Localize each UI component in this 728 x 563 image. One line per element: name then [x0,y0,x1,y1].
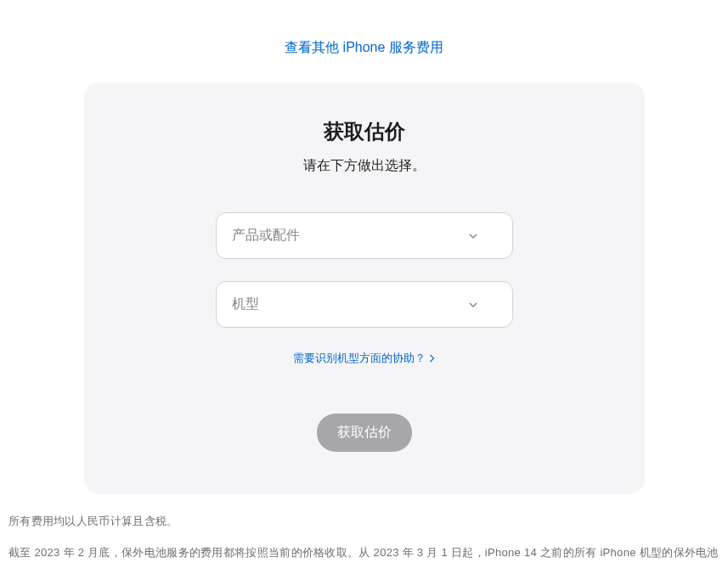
product-select-wrap: 产品或配件 [216,212,513,259]
get-estimate-button[interactable]: 获取估价 [317,414,412,452]
other-service-fees-link[interactable]: 查看其他 iPhone 服务费用 [285,40,443,54]
model-select[interactable]: 机型 [216,281,513,328]
identify-model-help-link[interactable]: 需要识别机型方面的协助？ [293,351,435,366]
help-link-label: 需要识别机型方面的协助？ [293,351,426,366]
button-row: 获取估价 [118,414,611,452]
product-select-placeholder: 产品或配件 [232,227,300,245]
chevron-right-icon [429,354,435,363]
card-title: 获取估价 [118,118,611,145]
model-select-placeholder: 机型 [232,296,259,313]
card-subtitle: 请在下方做出选择。 [118,157,611,175]
chevron-down-icon [468,300,478,310]
estimate-card: 获取估价 请在下方做出选择。 产品或配件 机型 需要识别机型方面的协助？ 获取估… [84,82,645,494]
footer-text: 所有费用均以人民币计算且含税。 截至 2023 年 2 月底，保外电池服务的费用… [0,494,728,563]
footer-line-1: 所有费用均以人民币计算且含税。 [8,511,720,532]
top-link-container: 查看其他 iPhone 服务费用 [0,0,728,82]
model-select-wrap: 机型 [216,281,513,328]
footer-line-2-part1: 截至 2023 年 2 月底，保外电池服务的费用都将按照当前的价格收取。从 20… [8,546,719,563]
product-select[interactable]: 产品或配件 [216,212,513,259]
chevron-down-icon [468,231,478,241]
footer-line-2: 截至 2023 年 2 月底，保外电池服务的费用都将按照当前的价格收取。从 20… [8,543,720,563]
